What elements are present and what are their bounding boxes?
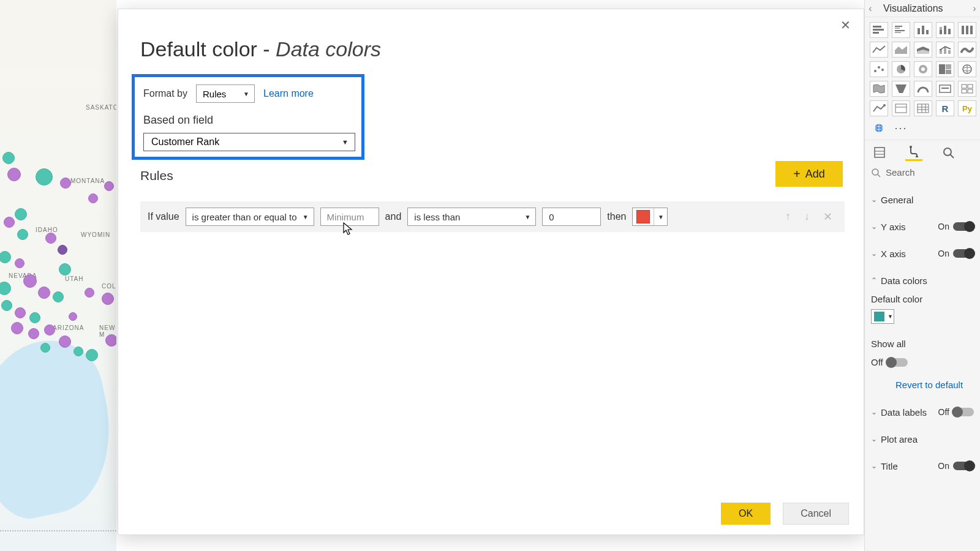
svg-rect-19 bbox=[948, 50, 951, 54]
svg-point-25 bbox=[921, 67, 925, 71]
panel-nav-left-icon[interactable]: ‹ bbox=[864, 0, 876, 17]
title-toggle[interactable] bbox=[953, 462, 974, 470]
add-rule-button[interactable]: + Add bbox=[775, 161, 843, 187]
map-label-saskatch: SASKATCH bbox=[86, 104, 116, 111]
plus-icon: + bbox=[793, 167, 801, 181]
default-color-picker[interactable]: ▼ bbox=[871, 309, 894, 324]
viz-stacked-column-icon[interactable] bbox=[936, 22, 954, 38]
viz-kpi-icon[interactable] bbox=[870, 100, 888, 116]
format-by-label: Format by bbox=[143, 88, 187, 99]
format-data-labels[interactable]: ⌄Data labels Off bbox=[871, 399, 974, 425]
svg-rect-7 bbox=[918, 28, 920, 34]
format-by-select[interactable]: Rules bbox=[196, 84, 255, 103]
format-x-axis[interactable]: ⌄X axis On bbox=[871, 240, 974, 267]
close-icon: ✕ bbox=[840, 18, 851, 32]
viz-panel-header: ‹ Visualizations › bbox=[865, 0, 980, 17]
default-color-label: Default color bbox=[871, 294, 974, 304]
visualizations-panel: ‹ Visualizations › R Py bbox=[864, 0, 980, 551]
panel-nav-right-icon[interactable]: › bbox=[968, 0, 980, 17]
svg-rect-13 bbox=[948, 29, 951, 34]
svg-rect-40 bbox=[895, 104, 907, 113]
viz-filled-map-icon[interactable] bbox=[870, 81, 888, 97]
viz-arcgis-icon[interactable] bbox=[870, 120, 888, 136]
rule-delete-icon[interactable]: ✕ bbox=[823, 210, 832, 223]
svg-rect-11 bbox=[940, 27, 942, 30]
svg-rect-28 bbox=[946, 70, 951, 74]
svg-point-21 bbox=[878, 66, 880, 69]
viz-100stacked-icon[interactable] bbox=[958, 22, 976, 38]
then-label: then bbox=[607, 211, 626, 222]
data-labels-toggle[interactable] bbox=[953, 408, 974, 416]
svg-point-22 bbox=[881, 69, 884, 71]
analytics-tab-icon[interactable] bbox=[940, 144, 957, 161]
svg-rect-12 bbox=[944, 26, 946, 34]
viz-more-icon[interactable]: ··· bbox=[892, 120, 910, 136]
viz-clustered-bar-icon[interactable] bbox=[892, 22, 910, 38]
viz-slicer-icon[interactable] bbox=[892, 100, 910, 116]
rule-color-picker[interactable]: ▼ bbox=[632, 208, 668, 226]
search-row[interactable]: Search bbox=[865, 163, 980, 184]
viz-card-icon[interactable] bbox=[936, 81, 954, 97]
viz-map-icon[interactable] bbox=[958, 61, 976, 77]
svg-point-39 bbox=[883, 104, 886, 107]
viz-donut-icon[interactable] bbox=[914, 61, 932, 77]
map-label-montana: MONTANA bbox=[70, 178, 105, 184]
viz-panel-title: Visualizations bbox=[883, 3, 943, 14]
show-all-off-label: Off bbox=[871, 357, 883, 367]
map-label-idaho: IDAHO bbox=[36, 227, 58, 233]
svg-rect-16 bbox=[970, 26, 973, 34]
x-axis-toggle[interactable] bbox=[953, 249, 974, 258]
viz-python-icon[interactable]: Py bbox=[958, 100, 976, 116]
svg-rect-36 bbox=[968, 84, 973, 88]
format-general[interactable]: ⌄General bbox=[871, 186, 974, 213]
format-plot-area[interactable]: ⌄Plot area bbox=[871, 425, 974, 452]
rule-operator-2-select[interactable]: is less than bbox=[407, 208, 536, 226]
rule-value-1-input[interactable]: Minimum bbox=[320, 208, 379, 226]
viz-treemap-icon[interactable] bbox=[936, 61, 954, 77]
ok-button[interactable]: OK bbox=[721, 503, 771, 525]
rule-move-up-icon[interactable]: ↑ bbox=[785, 210, 791, 223]
based-on-field-select[interactable]: Customer Rank bbox=[143, 133, 355, 151]
learn-more-link[interactable]: Learn more bbox=[263, 88, 314, 99]
svg-rect-1 bbox=[873, 29, 884, 31]
rule-operator-1-select[interactable]: is greater than or equal to bbox=[186, 208, 314, 226]
if-value-label: If value bbox=[148, 211, 179, 222]
viz-ribbon-icon[interactable] bbox=[958, 42, 976, 58]
format-show-all[interactable]: Show all bbox=[871, 330, 974, 357]
viz-pie-icon[interactable] bbox=[892, 61, 910, 77]
svg-line-56 bbox=[950, 154, 954, 158]
viz-table-icon[interactable] bbox=[914, 100, 932, 116]
viz-gauge-icon[interactable] bbox=[914, 81, 932, 97]
svg-rect-50 bbox=[875, 148, 884, 157]
rule-move-down-icon[interactable]: ↓ bbox=[804, 210, 810, 223]
viz-column-icon[interactable] bbox=[914, 22, 932, 38]
svg-rect-5 bbox=[895, 30, 905, 31]
viz-line-icon[interactable] bbox=[870, 42, 888, 58]
viz-multicard-icon[interactable] bbox=[958, 81, 976, 97]
viz-stacked-bar-icon[interactable] bbox=[870, 22, 888, 38]
map-label-utah: UTAH bbox=[65, 276, 83, 282]
revert-to-default-link[interactable]: Revert to default bbox=[871, 371, 974, 399]
close-button[interactable]: ✕ bbox=[838, 18, 853, 32]
svg-rect-2 bbox=[873, 32, 879, 34]
format-tab-icon[interactable] bbox=[905, 144, 922, 161]
viz-stacked-area-icon[interactable] bbox=[914, 42, 932, 58]
viz-scatter-icon[interactable] bbox=[870, 61, 888, 77]
chevron-down-icon: ▼ bbox=[654, 208, 667, 225]
svg-point-20 bbox=[874, 70, 876, 72]
rule-value-2-input[interactable]: 0 bbox=[542, 208, 601, 226]
format-data-colors[interactable]: ⌃Data colors bbox=[871, 267, 974, 294]
viz-funnel-icon[interactable] bbox=[892, 81, 910, 97]
y-axis-toggle[interactable] bbox=[953, 222, 974, 231]
svg-rect-27 bbox=[946, 64, 951, 69]
format-title[interactable]: ⌄Title On bbox=[871, 452, 974, 479]
viz-combo-icon[interactable] bbox=[936, 42, 954, 58]
cancel-button[interactable]: Cancel bbox=[783, 503, 849, 525]
format-y-axis[interactable]: ⌄Y axis On bbox=[871, 213, 974, 240]
viz-r-icon[interactable]: R bbox=[936, 100, 954, 116]
svg-rect-14 bbox=[962, 26, 964, 34]
viz-area-icon[interactable] bbox=[892, 42, 910, 58]
fields-tab-icon[interactable] bbox=[871, 144, 888, 161]
svg-rect-54 bbox=[916, 156, 918, 157]
show-all-toggle[interactable] bbox=[887, 358, 908, 367]
